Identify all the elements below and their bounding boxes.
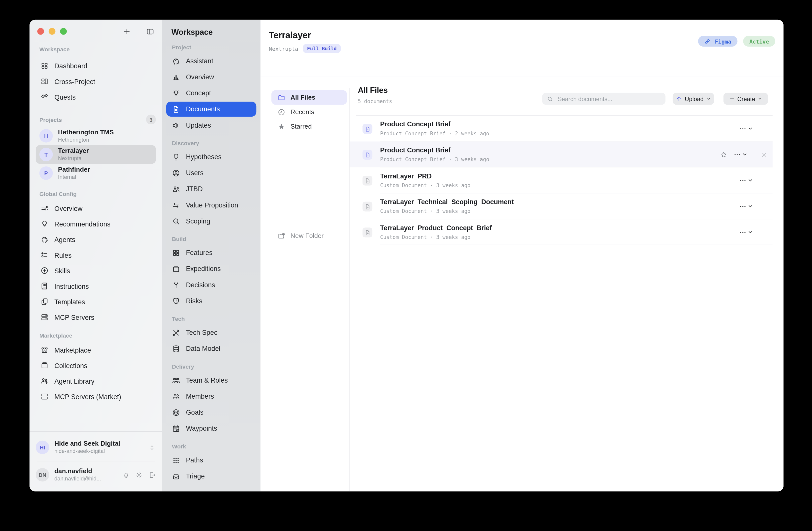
sidebar-item-rules[interactable]: Rules <box>36 247 156 263</box>
close-window-button[interactable] <box>37 28 44 35</box>
search-box[interactable] <box>542 93 666 105</box>
nav-item-expeditions[interactable]: Expeditions <box>166 261 256 277</box>
file-meta: Custom Document · 3 weeks ago <box>380 207 514 215</box>
document-icon <box>362 124 372 134</box>
nav-item-paths[interactable]: Paths <box>166 452 256 468</box>
figma-button[interactable]: Figma <box>698 36 738 47</box>
project-item-pathfinder[interactable]: P Pathfinder Internal <box>36 164 156 183</box>
file-meta: Custom Document · 3 weeks ago <box>380 181 470 189</box>
create-button[interactable]: Create <box>724 93 768 105</box>
sidebar-item-mcp-servers[interactable]: MCP Servers <box>36 309 156 325</box>
file-title: TerraLayer_Product_Concept_Brief <box>380 223 492 232</box>
sidebar-item-instructions[interactable]: Instructions <box>36 278 156 294</box>
sidebar-item-overview[interactable]: Overview <box>36 201 156 216</box>
nav-item-risks[interactable]: Risks <box>166 293 256 309</box>
calendar-icon <box>172 424 180 432</box>
nav-item-tech-spec[interactable]: Tech Spec <box>166 324 256 340</box>
file-meta: Product Concept Brief · 3 weeks ago <box>380 155 489 163</box>
head-icon <box>41 235 49 243</box>
nav-item-value-proposition[interactable]: Value Proposition <box>166 197 256 213</box>
filenav-item-recents[interactable]: Recents <box>271 104 347 119</box>
close-icon[interactable] <box>761 151 768 158</box>
project-avatar: H <box>39 129 53 143</box>
nav-item-members[interactable]: Members <box>166 388 256 404</box>
project-item-hetherington-tms[interactable]: H Hetherington TMS Hetherington <box>36 126 156 145</box>
rules-icon <box>41 251 49 259</box>
search-input[interactable] <box>557 95 661 102</box>
main-panel: Terralayer Nextrupta Full Build Figma Ac… <box>261 20 783 491</box>
nav-item-goals[interactable]: Goals <box>166 404 256 420</box>
row-menu-button[interactable] <box>740 229 753 236</box>
nav-item-updates[interactable]: Updates <box>166 117 256 133</box>
org-switcher[interactable]: HI Hide and Seek Digital hide-and-seek-d… <box>36 435 156 460</box>
nav-item-waypoints[interactable]: Waypoints <box>166 420 256 436</box>
file-row-terralayer-product-concept-brief[interactable]: TerraLayer_Product_Concept_Brief Custom … <box>356 219 773 245</box>
barchart-icon <box>172 73 180 81</box>
nav-item-users[interactable]: Users <box>166 165 256 181</box>
nav-item-features[interactable]: Features <box>166 245 256 261</box>
sidebar-item-skills[interactable]: Skills <box>36 263 156 278</box>
filenav-item-starred[interactable]: Starred <box>271 119 347 134</box>
logout-icon[interactable] <box>148 471 156 479</box>
nav-item-hypotheses[interactable]: Hypotheses <box>166 149 256 165</box>
nav-item-decisions[interactable]: Decisions <box>166 277 256 293</box>
sidebar-item-agent-library[interactable]: Agent Library <box>36 373 156 389</box>
ellipsis-icon <box>740 125 746 132</box>
project-avatar: P <box>39 166 53 180</box>
sidebar-item-collections[interactable]: Collections <box>36 358 156 373</box>
upload-button[interactable]: Upload <box>673 93 714 105</box>
user-row[interactable]: DN dan.navfield dan.navfield@hid... <box>36 462 156 487</box>
bulb-icon <box>172 153 180 161</box>
search-minus-icon <box>172 217 180 225</box>
new-folder-button[interactable]: New Folder <box>271 229 347 243</box>
row-menu-button[interactable] <box>740 177 753 184</box>
nav-item-overview[interactable]: Overview <box>166 69 256 85</box>
sidebar-item-cross-project[interactable]: Cross-Project <box>36 73 156 89</box>
chevron-down-icon <box>748 178 753 183</box>
user-name: dan.navfield <box>55 467 117 475</box>
document-icon <box>362 202 372 211</box>
sidebar-item-recommendations[interactable]: Recommendations <box>36 216 156 232</box>
nav-item-documents[interactable]: Documents <box>166 102 256 116</box>
document-icon <box>362 227 372 237</box>
nav-item-triage[interactable]: Triage <box>166 468 256 484</box>
star-icon[interactable] <box>720 151 727 158</box>
row-menu-button[interactable] <box>734 151 747 158</box>
filenav-item-all-files[interactable]: All Files <box>271 90 347 104</box>
file-row-terralayer-technical-scoping-document[interactable]: TerraLayer_Technical_Scoping_Document Cu… <box>356 193 773 220</box>
nav-item-team-roles[interactable]: Team & Roles <box>166 372 256 388</box>
file-title: Product Concept Brief <box>380 120 489 129</box>
file-row-product-concept-brief[interactable]: Product Concept Brief Product Concept Br… <box>356 116 773 142</box>
nav-item-scoping[interactable]: Scoping <box>166 213 256 229</box>
sidebar-item-templates[interactable]: Templates <box>36 294 156 309</box>
projects-count-badge: 3 <box>146 115 156 124</box>
sidebar-item-dashboard[interactable]: Dashboard <box>36 58 156 73</box>
sidebar-item-marketplace[interactable]: Marketplace <box>36 342 156 358</box>
zoom-window-button[interactable] <box>60 28 67 35</box>
file-title: TerraLayer_PRD <box>380 172 470 180</box>
section-label-delivery: Delivery <box>166 363 256 370</box>
nav-item-assistant[interactable]: Assistant <box>166 53 256 69</box>
nav-item-data-model[interactable]: Data Model <box>166 340 256 357</box>
nav-item-concept[interactable]: Concept <box>166 85 256 101</box>
toggle-sidebar-icon[interactable] <box>146 28 154 36</box>
grid9-icon <box>172 456 180 464</box>
sidebar-item-quests[interactable]: Quests <box>36 89 156 104</box>
bell-icon[interactable] <box>122 471 130 479</box>
bulb-icon <box>41 220 49 228</box>
chevron-down-icon <box>748 230 753 235</box>
document-icon <box>362 176 372 185</box>
new-tab-icon[interactable] <box>123 28 131 36</box>
minimize-window-button[interactable] <box>49 28 56 35</box>
sidebar-item-mcp-servers-market[interactable]: MCP Servers (Market) <box>36 389 156 404</box>
sidebar-item-agents[interactable]: Agents <box>36 232 156 247</box>
row-menu-button[interactable] <box>740 203 753 210</box>
org-slug: hide-and-seek-digital <box>55 448 143 455</box>
file-list-panel: All Files 5 documents Upload Create <box>349 77 783 491</box>
file-row-terralayer-prd[interactable]: TerraLayer_PRD Custom Document · 3 weeks… <box>356 167 773 193</box>
project-item-terralayer[interactable]: T Terralayer Nextrupta <box>36 145 156 164</box>
row-menu-button[interactable] <box>740 125 753 132</box>
file-row-product-concept-brief[interactable]: Product Concept Brief Product Concept Br… <box>356 142 773 168</box>
gear-icon[interactable] <box>135 471 143 479</box>
nav-item-jtbd[interactable]: JTBD <box>166 181 256 197</box>
